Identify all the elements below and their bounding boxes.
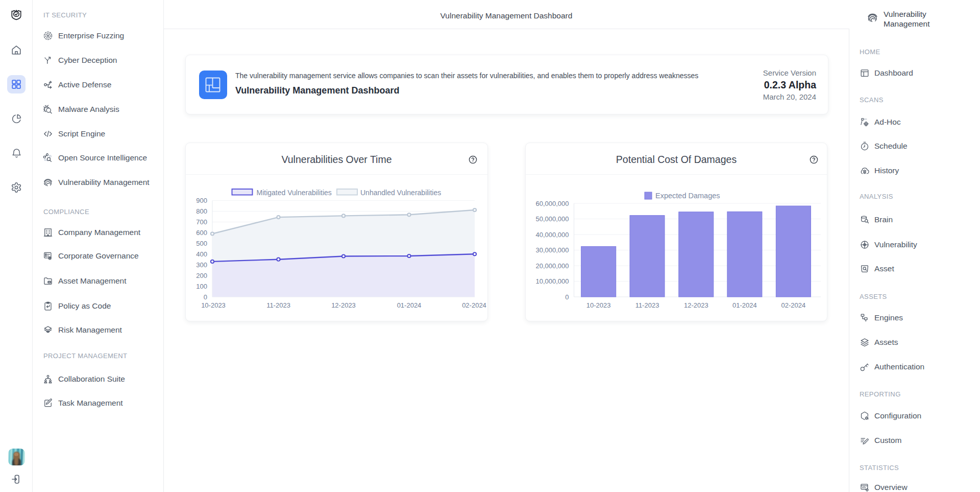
svg-text:10-2023: 10-2023 [586,301,611,309]
svg-text:400: 400 [196,250,207,258]
svg-text:12-2023: 12-2023 [684,301,708,309]
svg-text:10,000,000: 10,000,000 [535,277,569,285]
svg-text:01-2024: 01-2024 [397,301,422,309]
svg-text:600: 600 [196,229,207,237]
svg-text:11-2023: 11-2023 [266,301,290,309]
svg-text:900: 900 [196,197,207,204]
svg-text:30,000,000: 30,000,000 [535,246,569,254]
svg-text:Unhandled Vulnerabilities: Unhandled Vulnerabilities [360,189,441,197]
svg-text:40,000,000: 40,000,000 [535,231,569,239]
svg-text:10-2023: 10-2023 [201,301,226,309]
svg-text:700: 700 [196,218,207,226]
svg-text:200: 200 [196,272,207,279]
svg-text:12-2023: 12-2023 [331,301,356,309]
svg-text:100: 100 [196,283,207,290]
svg-text:02-2024: 02-2024 [781,301,806,309]
svg-text:500: 500 [196,240,207,247]
svg-text:0: 0 [565,293,569,301]
svg-text:60,000,000: 60,000,000 [535,200,569,207]
svg-text:11-2023: 11-2023 [635,301,659,309]
svg-text:0: 0 [204,293,207,301]
svg-text:20,000,000: 20,000,000 [535,262,569,270]
svg-text:800: 800 [196,207,207,215]
svg-text:50,000,000: 50,000,000 [535,215,569,223]
svg-text:01-2024: 01-2024 [732,301,757,309]
svg-text:Mitigated Vulnerabilities: Mitigated Vulnerabilities [257,189,332,197]
svg-text:Expected Damages: Expected Damages [655,192,720,200]
svg-text:300: 300 [196,261,207,269]
svg-text:02-2024: 02-2024 [462,301,486,309]
